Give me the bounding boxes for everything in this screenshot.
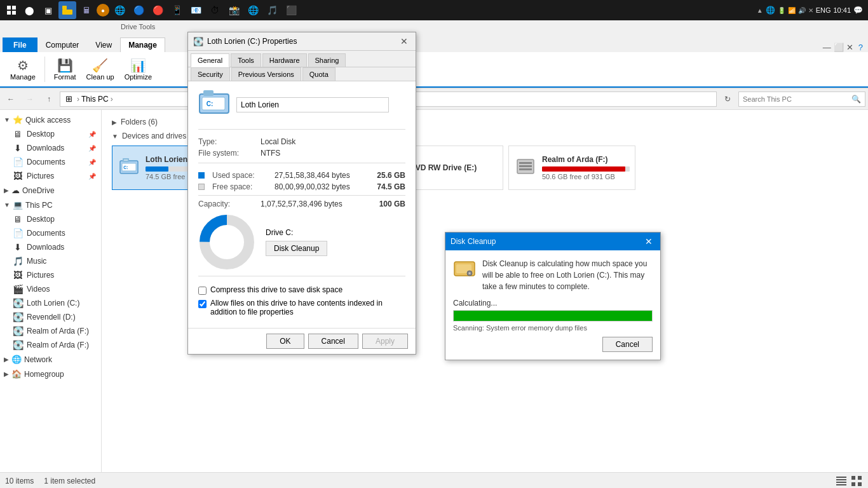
svg-rect-28: [851, 482, 855, 486]
taskbar-app-task[interactable]: ▣: [39, 1, 57, 19]
search-box[interactable]: 🔍: [738, 92, 865, 107]
sidebar-item-documents[interactable]: 📄 Documents 📌: [0, 155, 101, 169]
ok-button[interactable]: OK: [266, 334, 304, 349]
sidebar-item-desktop[interactable]: 🖥 Desktop 📌: [0, 127, 101, 141]
tab-tools[interactable]: Tools: [231, 53, 261, 67]
tab-sharing[interactable]: Sharing: [308, 53, 346, 67]
taskbar-globe[interactable]: 🌐: [766, 6, 775, 15]
onedrive-chevron: ▶: [4, 187, 9, 194]
this-pc-icon: 💻: [13, 200, 23, 210]
ribbon-format-btn[interactable]: 💾 Format: [49, 55, 81, 83]
ribbon-minimize-btn[interactable]: —: [823, 43, 831, 52]
sidebar-item-downloads2[interactable]: ⬇ Downloads: [0, 240, 101, 254]
search-input[interactable]: [743, 95, 851, 103]
tab-file[interactable]: File: [3, 37, 37, 52]
tab-manage[interactable]: Manage: [120, 37, 165, 52]
taskbar-app-search[interactable]: ⬤: [20, 1, 38, 19]
sidebar-item-revendell[interactable]: 💽 Revendell (D:): [0, 310, 101, 324]
taskbar-wifi[interactable]: 📶: [788, 7, 796, 14]
drive-realm-arda[interactable]: Realm of Arda (F:) 50.6 GB free of 931 G…: [508, 146, 635, 190]
taskbar-app-5[interactable]: ●: [97, 4, 109, 17]
sidebar-item-pictures2[interactable]: 🖼 Pictures: [0, 268, 101, 282]
taskbar-app-calc[interactable]: 🖩: [78, 1, 95, 19]
properties-tabs-row2: Security Previous Versions Quota: [188, 67, 416, 81]
taskbar-battery[interactable]: 🔋: [778, 7, 785, 14]
start-button[interactable]: [3, 1, 20, 19]
drive-name-input[interactable]: [236, 97, 389, 112]
sidebar-group-network[interactable]: ▶ 🌐 Network: [0, 352, 101, 367]
sidebar-group-quick-access[interactable]: ▼ ⭐ Quick access: [0, 112, 101, 127]
taskbar-time[interactable]: 10:41: [833, 6, 851, 14]
tab-hardware[interactable]: Hardware: [262, 53, 307, 67]
taskbar-volume[interactable]: 🔊: [798, 7, 806, 14]
sidebar-group-homegroup[interactable]: ▶ 🏠 Homegroup: [0, 367, 101, 381]
drive-c-fill: [146, 166, 168, 172]
svg-point-35: [205, 220, 249, 264]
tab-view[interactable]: View: [87, 37, 120, 52]
taskbar-app-last[interactable]: ⬛: [282, 1, 300, 19]
sidebar-item-documents2[interactable]: 📄 Documents: [0, 226, 101, 240]
forward-button[interactable]: →: [22, 91, 38, 107]
main-area: ▼ ⭐ Quick access 🖥 Desktop 📌 ⬇ Downloads…: [0, 110, 868, 472]
compress-label[interactable]: Compress this drive to save disk space: [210, 285, 342, 294]
taskbar-app-edge[interactable]: 🌐: [111, 1, 128, 19]
ribbon-manage-btn[interactable]: ⚙ Manage: [5, 55, 41, 83]
network-icon: 🌐: [11, 355, 22, 364]
window-close-btn[interactable]: ✕: [846, 43, 853, 52]
sidebar-item-desktop2[interactable]: 🖥 Desktop: [0, 212, 101, 226]
refresh-button[interactable]: ↻: [719, 91, 736, 107]
back-button[interactable]: ←: [3, 91, 19, 107]
index-checkbox[interactable]: [198, 300, 207, 308]
cancel-button[interactable]: Cancel: [308, 334, 358, 349]
ribbon-restore-btn[interactable]: ⬜: [834, 43, 844, 52]
svg-rect-5: [62, 6, 67, 10]
compress-checkbox[interactable]: [198, 287, 207, 295]
properties-close-btn[interactable]: ✕: [398, 35, 410, 48]
ribbon-optimize-btn[interactable]: 📊 Optimize: [119, 55, 157, 83]
ribbon-help-btn[interactable]: ?: [858, 43, 863, 52]
view-details-btn[interactable]: [835, 475, 848, 487]
taskbar-app-whatsapp[interactable]: 📱: [168, 1, 186, 19]
sidebar-realm-arda-label: Realm of Arda (F:): [27, 327, 96, 336]
tab-security[interactable]: Security: [191, 67, 230, 81]
documents-icon: 📄: [13, 157, 23, 167]
sidebar-item-downloads[interactable]: ⬇ Downloads 📌: [0, 141, 101, 155]
taskbar-app-net[interactable]: 🌐: [244, 1, 262, 19]
disk-cleanup-button[interactable]: Disk Cleanup: [266, 241, 327, 256]
sidebar-item-loth-lorien[interactable]: 💽 Loth Lorien (C:): [0, 296, 101, 310]
tab-computer[interactable]: Computer: [37, 37, 88, 52]
taskbar-app-mail[interactable]: 📧: [187, 1, 205, 19]
sidebar-item-videos[interactable]: 🎬 Videos: [0, 282, 101, 296]
taskbar-expand[interactable]: ▲: [757, 7, 763, 14]
sidebar-item-realm-arda2[interactable]: 💽 Realm of Arda (F:): [0, 338, 101, 352]
free-label: Free space:: [212, 182, 269, 191]
tab-prev-versions[interactable]: Previous Versions: [231, 67, 301, 81]
sidebar-item-pictures[interactable]: 🖼 Pictures 📌: [0, 169, 101, 183]
taskbar-app-clock[interactable]: ⏱: [206, 1, 224, 19]
used-label: Used space:: [212, 171, 269, 180]
taskbar-app-cam[interactable]: 📸: [225, 1, 243, 19]
capacity-divider: [198, 195, 405, 196]
up-button[interactable]: ↑: [41, 91, 57, 107]
taskbar-app-firefox[interactable]: 🔵: [130, 1, 147, 19]
apply-button[interactable]: Apply: [362, 334, 408, 349]
svg-rect-0: [7, 6, 11, 10]
tab-general[interactable]: General: [191, 53, 229, 67]
sidebar-group-this-pc[interactable]: ▼ 💻 This PC: [0, 198, 101, 212]
properties-tabs: General Tools Hardware Sharing: [188, 51, 416, 67]
ribbon-cleanup-btn[interactable]: 🧹 Clean up: [81, 55, 119, 83]
taskbar-app-opera[interactable]: 🔴: [149, 1, 166, 19]
sidebar-group-onedrive[interactable]: ▶ ☁ OneDrive: [0, 183, 101, 198]
taskbar-app-explorer[interactable]: [58, 1, 76, 19]
path-this-pc[interactable]: This PC: [81, 95, 109, 104]
tab-quota[interactable]: Quota: [302, 67, 336, 81]
drive-f-info: Realm of Arda (F:) 50.6 GB free of 931 G…: [542, 155, 630, 180]
view-large-btn[interactable]: [850, 475, 863, 487]
sidebar-item-music[interactable]: 🎵 Music: [0, 254, 101, 268]
taskbar-app-music[interactable]: 🎵: [263, 1, 281, 19]
index-label[interactable]: Allow files on this drive to have conten…: [210, 299, 405, 316]
taskbar-chat[interactable]: 💬: [853, 6, 863, 15]
taskbar-lang[interactable]: ENG: [816, 6, 831, 14]
sidebar-item-realm-arda[interactable]: 💽 Realm of Arda (F:): [0, 324, 101, 338]
videos-icon: 🎬: [13, 284, 23, 294]
